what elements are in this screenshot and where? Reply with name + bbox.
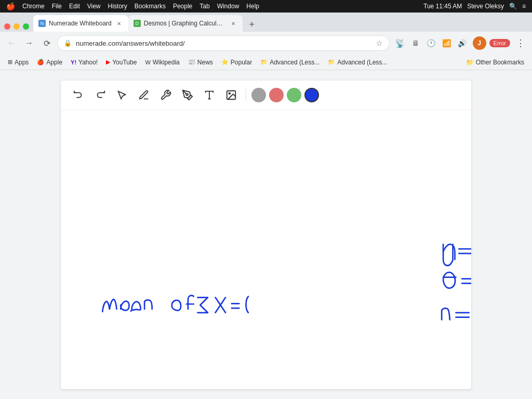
bookmark-yahoo[interactable]: Y! Yahoo! [67, 57, 101, 68]
bookmark-apps-label: Apps [15, 59, 29, 66]
volume-icon[interactable]: 🔊 [455, 36, 470, 50]
bookmark-popular-label: Popular [231, 59, 252, 66]
mac-time: Tue 11:45 AM [423, 3, 462, 10]
address-bar-row: ← → ⟳ 🔒 numerade.com/answers/whiteboard/… [0, 32, 532, 55]
mac-user: Steve Oleksy [467, 3, 504, 10]
address-bar[interactable]: 🔒 numerade.com/answers/whiteboard/ ☆ [57, 35, 390, 51]
tab-numerade[interactable]: N Numerade Whiteboard ✕ [33, 15, 128, 32]
mac-menu-bookmarks[interactable]: Bookmarks [135, 3, 166, 10]
image-tool-button[interactable] [222, 86, 241, 104]
new-tab-button[interactable]: + [245, 17, 259, 32]
mac-menu-edit[interactable]: Edit [69, 3, 80, 10]
tab-close-desmos[interactable]: ✕ [229, 19, 237, 28]
bookmark-advanced1[interactable]: 📁 Advanced (Less... [257, 57, 323, 68]
bookmark-youtube-label: YouTube [112, 59, 137, 66]
bookmark-folder1-icon: 📁 [260, 59, 268, 65]
marker-tool-button[interactable] [178, 86, 197, 104]
bookmark-wikipedia[interactable]: W Wikipedia [141, 57, 183, 68]
select-tool-button[interactable] [113, 86, 131, 104]
apps-icon: ⊞ [8, 59, 12, 65]
text-tool-button[interactable] [200, 86, 219, 104]
bookmark-apple-icon: 🍎 [37, 59, 44, 65]
cast-icon[interactable]: 📡 [393, 36, 407, 50]
bookmarks-bar: ⊞ Apps 🍎 Apple Y! Yahoo! ▶ YouTube W Wik… [0, 55, 532, 70]
error-badge[interactable]: Error [489, 39, 510, 47]
chrome-toolbar-icons: 📡 🖥 🕐 📶 🔊 [393, 36, 470, 50]
tab-desmos[interactable]: D Desmos | Graphing Calculat... ✕ [128, 15, 243, 32]
bookmark-star-icon[interactable]: ☆ [376, 39, 383, 47]
color-gray[interactable] [251, 88, 266, 102]
maximize-window-button[interactable] [23, 23, 29, 30]
svg-point-0 [186, 94, 188, 96]
bookmark-news-icon: 📰 [188, 59, 195, 65]
bookmark-popular[interactable]: ⭐ Popular [218, 57, 256, 68]
tools-button[interactable] [156, 86, 175, 104]
chrome-menu-button[interactable]: ⋮ [513, 36, 528, 50]
mac-menu-window[interactable]: Window [217, 3, 240, 10]
bookmark-news[interactable]: 📰 News [184, 57, 217, 68]
mac-menu-view[interactable]: View [87, 3, 101, 10]
close-window-button[interactable] [4, 23, 10, 30]
menu-icon[interactable]: ≡ [522, 3, 526, 10]
whiteboard[interactable] [61, 81, 471, 389]
bookmark-apple-label: Apple [46, 59, 62, 66]
mac-menu-history[interactable]: History [108, 3, 127, 10]
chrome-window: N Numerade Whiteboard ✕ D Desmos | Graph… [0, 12, 532, 399]
tab-bar: N Numerade Whiteboard ✕ D Desmos | Graph… [0, 13, 532, 32]
bookmarks-other-label: Other Bookmarks [476, 59, 524, 66]
bookmark-wikipedia-icon: W [145, 59, 150, 65]
bookmark-youtube-icon: ▶ [106, 59, 110, 65]
color-green[interactable] [287, 88, 301, 102]
color-separator [246, 89, 246, 101]
minimize-window-button[interactable] [14, 23, 20, 30]
wifi-icon[interactable]: 📶 [440, 36, 454, 50]
whiteboard-container [0, 70, 532, 399]
tab-title-desmos: Desmos | Graphing Calculat... [144, 20, 226, 27]
bookmark-wikipedia-label: Wikipedia [153, 59, 180, 66]
color-pink[interactable] [269, 88, 284, 102]
bookmark-yahoo-label: Yahoo! [78, 59, 98, 66]
redo-button[interactable] [91, 86, 110, 104]
mac-topbar: 🍎 Chrome File Edit View History Bookmark… [0, 0, 532, 12]
bookmark-folder2-icon: 📁 [328, 59, 335, 65]
bookmark-yahoo-icon: Y! [71, 59, 76, 65]
mac-topbar-left: 🍎 Chrome File Edit View History Bookmark… [6, 2, 259, 10]
bookmark-advanced2[interactable]: 📁 Advanced (Less... [324, 57, 391, 68]
mac-topbar-right: Tue 11:45 AM Steve Oleksy 🔍 ≡ [423, 3, 526, 10]
color-blue[interactable] [304, 88, 319, 102]
mac-menu-chrome[interactable]: Chrome [22, 3, 45, 10]
reload-button[interactable]: ⟳ [39, 36, 54, 50]
profile-avatar[interactable]: J [473, 36, 486, 50]
svg-point-4 [229, 92, 230, 94]
bookmark-youtube[interactable]: ▶ YouTube [102, 57, 140, 68]
bookmark-advanced1-label: Advanced (Less... [270, 59, 320, 66]
bookmarks-folder-icon: 📁 [466, 59, 474, 66]
back-button[interactable]: ← [4, 36, 19, 50]
pencil-tool-button[interactable] [135, 86, 153, 104]
history-clock-icon[interactable]: 🕐 [424, 36, 438, 50]
tab-close-numerade[interactable]: ✕ [115, 19, 123, 28]
address-text: numerade.com/answers/whiteboard/ [76, 39, 372, 47]
wb-canvas[interactable] [61, 110, 471, 389]
bookmark-news-label: News [197, 59, 213, 66]
bookmark-advanced2-label: Advanced (Less... [337, 59, 387, 66]
bookmark-apps[interactable]: ⊞ Apps [4, 57, 32, 68]
wb-svg-content [61, 110, 471, 389]
search-icon[interactable]: 🔍 [509, 3, 517, 10]
screencast-icon[interactable]: 🖥 [408, 36, 423, 50]
forward-button[interactable]: → [22, 36, 36, 50]
address-icons: ☆ [376, 39, 383, 47]
mac-menu-tab[interactable]: Tab [200, 3, 209, 10]
tab-favicon-numerade: N [38, 20, 46, 27]
tab-favicon-desmos: D [134, 20, 141, 27]
bookmarks-other[interactable]: 📁 Other Bookmarks [462, 57, 528, 68]
bookmark-apple[interactable]: 🍎 Apple [33, 57, 66, 68]
mac-menu-file[interactable]: File [52, 3, 62, 10]
undo-button[interactable] [69, 86, 88, 104]
wb-toolbar [61, 81, 471, 110]
lock-icon: 🔒 [64, 39, 72, 47]
mac-menu-help[interactable]: Help [246, 3, 259, 10]
tab-title-numerade: Numerade Whiteboard [49, 20, 112, 27]
apple-logo-icon[interactable]: 🍎 [6, 2, 15, 10]
mac-menu-people[interactable]: People [173, 3, 192, 10]
